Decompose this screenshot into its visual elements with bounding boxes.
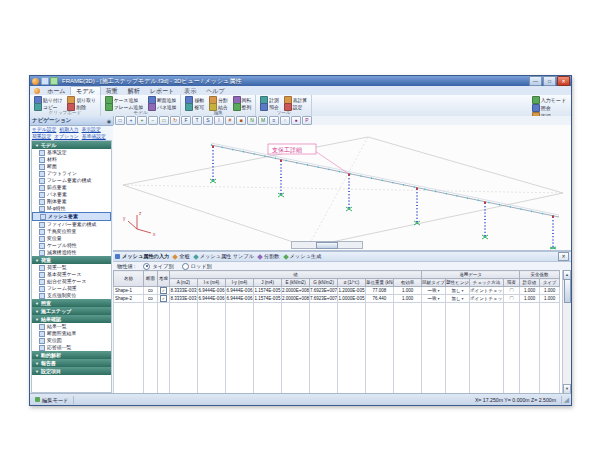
member-label-icon[interactable]: M <box>258 116 268 125</box>
split-button[interactable]: 分割 <box>208 96 229 103</box>
viewport-3d[interactable]: 支保工詳細 x y z <box>113 125 571 251</box>
cell-value[interactable]: 1.0000E-005 <box>338 295 366 303</box>
zoom-out-icon[interactable]: − <box>148 116 158 125</box>
cell-safety[interactable]: 1.000 <box>520 295 540 303</box>
close-button[interactable]: ✕ <box>557 76 570 86</box>
pan-icon[interactable]: + <box>126 116 136 125</box>
cell-value[interactable]: 8.3333E-003 <box>170 295 198 303</box>
move-button[interactable]: 移動 <box>184 96 205 103</box>
panel-tab-division[interactable]: 分割数 <box>258 253 280 260</box>
checkbox-icon[interactable]: ✓ <box>160 295 167 302</box>
nav-item[interactable]: M-φ特性 <box>32 205 111 212</box>
rotate-button[interactable]: 回転 <box>232 96 253 103</box>
cell-safety[interactable]: 1.000 <box>520 287 540 295</box>
nav-item[interactable]: 基本荷重ケース <box>32 271 111 278</box>
cut-button[interactable]: 切り取り <box>66 96 96 103</box>
panel-close-button[interactable]: ✕ <box>558 252 569 261</box>
nav-item[interactable]: ケーブル特性 <box>32 242 111 249</box>
zoom-fit-icon[interactable]: □ <box>159 116 169 125</box>
col-name[interactable]: 名称 <box>114 271 144 287</box>
nav-item[interactable]: バネ要素 <box>32 191 111 198</box>
nav-item[interactable]: フレーム荷重 <box>32 285 111 292</box>
cell-applied[interactable]: 〇 <box>504 287 520 295</box>
col-header[interactable]: 単位重量 (kN/m3) <box>366 279 394 287</box>
cell-safety[interactable]: 1.000 <box>540 287 560 295</box>
nav-item[interactable]: 応答値一覧 <box>32 344 111 351</box>
checkbox-icon[interactable]: ✓ <box>160 287 167 294</box>
settings-button[interactable]: 設定 <box>283 103 308 110</box>
nav-item[interactable]: 変位図 <box>32 337 111 344</box>
ribbon-tab-home[interactable]: ホーム <box>42 87 70 95</box>
nav-item[interactable]: ファイバー要素の構成 <box>32 221 111 228</box>
iso-view-icon[interactable]: I <box>214 116 224 125</box>
chevron-down-icon[interactable]: ▾ <box>462 288 464 293</box>
maximize-button[interactable]: □ <box>543 76 556 86</box>
nav-section-settings[interactable]: ▼設定項目 <box>32 367 111 375</box>
nav-section-load[interactable]: ▼荷重 <box>32 256 111 264</box>
save-icon[interactable] <box>41 77 49 85</box>
col-header[interactable]: 照査 <box>504 279 520 287</box>
cell-applied[interactable]: 〇 <box>504 295 520 303</box>
nav-section-steps[interactable]: ▼施工ステップ <box>32 307 111 315</box>
app-menu-button[interactable] <box>34 88 40 94</box>
nav-section-model[interactable]: ▼モデル <box>32 141 111 149</box>
col-header[interactable]: タイプ <box>540 279 560 287</box>
recalc-button[interactable]: 再計算 <box>283 96 308 103</box>
cell-value[interactable]: 1.1574E-005 <box>254 287 282 295</box>
panel-vscrollbar-thumb[interactable] <box>564 279 571 303</box>
col-header[interactable]: 許容値 <box>520 279 540 287</box>
nav-link[interactable]: 表示設定 <box>82 127 101 132</box>
ribbon-tab-view[interactable]: 表示 <box>179 87 201 95</box>
cell-value[interactable]: 77.008 <box>366 287 394 295</box>
paste-button[interactable]: 貼り付け <box>33 96 63 103</box>
col-use[interactable]: 考慮 <box>158 271 170 287</box>
col-section[interactable]: 断面 <box>144 271 158 287</box>
nav-item[interactable]: 材料 <box>32 156 111 163</box>
table-row[interactable]: Shape-1 co ✓ 8.3333E-003 6.9444E-006 6.9… <box>114 287 560 295</box>
col-header[interactable]: I-y (m4) <box>226 279 254 287</box>
col-header[interactable]: G (kN/m2) <box>310 279 338 287</box>
cell-section[interactable]: co <box>144 287 158 295</box>
cell-name[interactable]: Shape-1 <box>114 287 144 295</box>
cell-value[interactable]: 1.000 <box>394 287 422 295</box>
pin-icon[interactable]: ◉ <box>107 118 111 124</box>
nav-section-results[interactable]: ▼結果確認 <box>32 315 111 323</box>
cell-name[interactable]: Shape-2 <box>114 295 144 303</box>
resize-grip[interactable]: ◢ <box>562 395 571 404</box>
inspect-button[interactable]: 照会 <box>259 103 280 110</box>
panel-vscrollbar[interactable]: ▲ ▼ <box>562 270 571 394</box>
add-frame-button[interactable]: フレーム追加 <box>104 103 144 110</box>
cell-applied[interactable]: ポイントチェック <box>470 287 504 295</box>
cell-applied[interactable]: 無し▾ <box>446 295 470 303</box>
panel-tab-sample[interactable]: メッシュ属性 サンプル <box>194 253 254 260</box>
nav-item[interactable]: 変位量 <box>32 235 111 242</box>
nav-item[interactable]: フレーム要素の構成 <box>32 177 111 184</box>
viewport-hscrollbar[interactable] <box>291 241 363 249</box>
cell-value[interactable]: 6.9444E-006 <box>226 295 254 303</box>
cell-value[interactable]: 1.000 <box>394 295 422 303</box>
radio-by-rod[interactable]: ロッド別 <box>182 263 212 270</box>
wireframe-icon[interactable]: # <box>225 116 235 125</box>
cell-value[interactable]: 6.9444E-006 <box>198 295 226 303</box>
undo-icon[interactable] <box>50 77 58 85</box>
ribbon-tab-help[interactable]: ヘルプ <box>201 87 229 95</box>
print-icon[interactable]: P <box>302 116 312 125</box>
radio-by-type[interactable]: タイプ別 <box>143 263 173 270</box>
cell-use[interactable]: ✓ <box>158 295 170 303</box>
cell-value[interactable]: 7.6923E+007 <box>310 295 338 303</box>
ribbon-tab-report[interactable]: レポート <box>145 87 179 95</box>
cell-applied[interactable]: ポイントチェック <box>470 295 504 303</box>
select-icon[interactable]: □ <box>115 116 125 125</box>
col-header[interactable]: E (kN/m2) <box>282 279 310 287</box>
align-button[interactable]: 整列 <box>232 103 253 110</box>
cell-value[interactable]: 8.3333E-003 <box>170 287 198 295</box>
nav-link[interactable]: 荷重設定 <box>32 134 51 139</box>
shading-icon[interactable]: ■ <box>236 116 246 125</box>
ribbon-tab-model[interactable]: モデル <box>70 86 100 95</box>
nav-item-selected[interactable]: メッシュ要素 <box>32 212 111 221</box>
nav-item[interactable]: 断面照査結果 <box>32 330 111 337</box>
add-case-button[interactable]: ケース追加 <box>104 96 144 103</box>
nav-item[interactable]: 断面 <box>32 163 111 170</box>
nav-item[interactable]: 剛体要素 <box>32 198 111 205</box>
front-view-icon[interactable]: F <box>181 116 191 125</box>
